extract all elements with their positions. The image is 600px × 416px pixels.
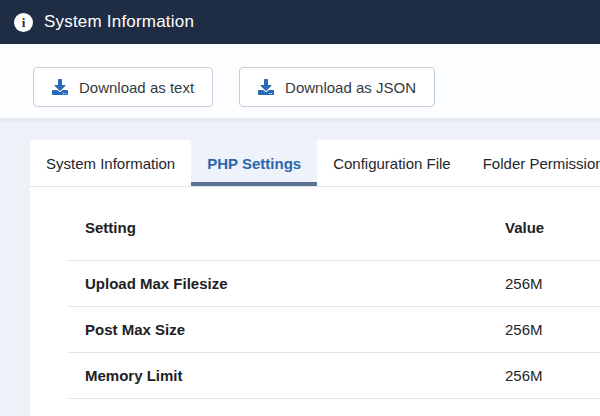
setting-name-cell: Memory Limit [68,353,488,399]
tab-configuration-file[interactable]: Configuration File [317,140,467,186]
tab-php-settings[interactable]: PHP Settings [191,140,317,186]
download-icon [52,79,68,95]
setting-value-cell: 256M [488,307,600,353]
info-circle-icon: i [14,13,33,32]
download-icon [258,79,274,95]
tab-system-information[interactable]: System Information [30,140,191,186]
column-header-value: Value [488,187,600,261]
tab-folder-permissions[interactable]: Folder Permissions [467,140,600,186]
toolbar: Download as text Download as JSON [0,44,600,122]
table-header-row: Setting Value [68,187,600,261]
php-settings-table: Setting Value Upload Max Filesize 256M P… [68,187,600,399]
table-row: Upload Max Filesize 256M [68,261,600,307]
table-row: Post Max Size 256M [68,307,600,353]
setting-value-cell: 256M [488,353,600,399]
setting-value-cell: 256M [488,261,600,307]
tab-bar: System Information PHP Settings Configur… [30,140,600,187]
download-as-json-label: Download as JSON [285,79,416,96]
page-title: System Information [44,12,194,32]
content-area: System Information PHP Settings Configur… [0,122,600,416]
setting-name-cell: Upload Max Filesize [68,261,488,307]
download-as-json-button[interactable]: Download as JSON [239,67,435,107]
download-as-text-button[interactable]: Download as text [33,67,213,107]
column-header-setting: Setting [68,187,488,261]
setting-name-cell: Post Max Size [68,307,488,353]
table-row: Memory Limit 256M [68,353,600,399]
app-header: i System Information [0,0,600,44]
system-info-card: System Information PHP Settings Configur… [30,140,600,416]
download-as-text-label: Download as text [79,79,194,96]
php-settings-panel: Setting Value Upload Max Filesize 256M P… [30,187,600,416]
